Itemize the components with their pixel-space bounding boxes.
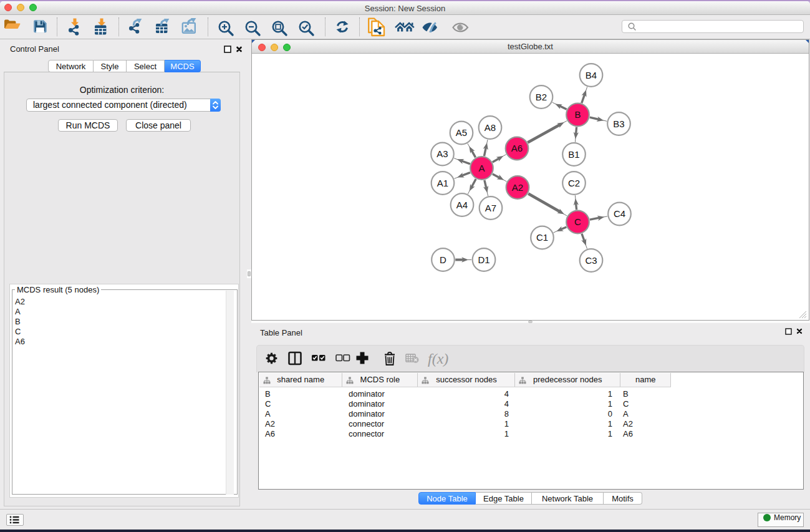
svg-text:A7: A7	[485, 203, 496, 213]
svg-text:A4: A4	[456, 200, 468, 210]
svg-text:C: C	[574, 216, 581, 227]
svg-text:B: B	[574, 109, 581, 120]
svg-text:C2: C2	[568, 178, 580, 188]
svg-text:A2: A2	[512, 182, 523, 193]
svg-text:B1: B1	[568, 149, 579, 160]
svg-text:A5: A5	[456, 127, 467, 138]
svg-text:B2: B2	[536, 92, 547, 102]
svg-text:f(x): f(x)	[428, 351, 448, 367]
svg-text:C4: C4	[614, 208, 625, 219]
svg-text:A3: A3	[436, 148, 448, 159]
svg-text:D: D	[440, 254, 446, 265]
svg-text:A: A	[478, 163, 485, 173]
svg-text:C3: C3	[585, 255, 597, 266]
svg-text:A6: A6	[511, 143, 523, 153]
svg-text:C1: C1	[536, 232, 548, 243]
svg-text:B4: B4	[586, 70, 597, 80]
svg-text:A8: A8	[485, 122, 496, 133]
svg-text:B3: B3	[613, 118, 624, 129]
svg-text:A1: A1	[437, 178, 448, 188]
svg-text:D1: D1	[478, 254, 489, 265]
